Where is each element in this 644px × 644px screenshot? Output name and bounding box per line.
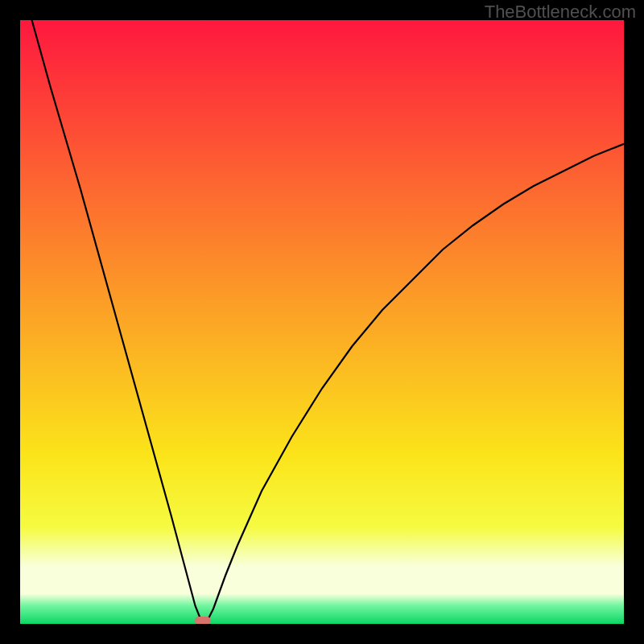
gradient-background bbox=[20, 20, 624, 624]
chart-frame: TheBottleneck.com bbox=[0, 0, 644, 644]
watermark-text: TheBottleneck.com bbox=[485, 2, 636, 23]
optimal-marker bbox=[195, 617, 211, 624]
plot-area bbox=[20, 20, 624, 624]
chart-svg bbox=[20, 20, 624, 624]
